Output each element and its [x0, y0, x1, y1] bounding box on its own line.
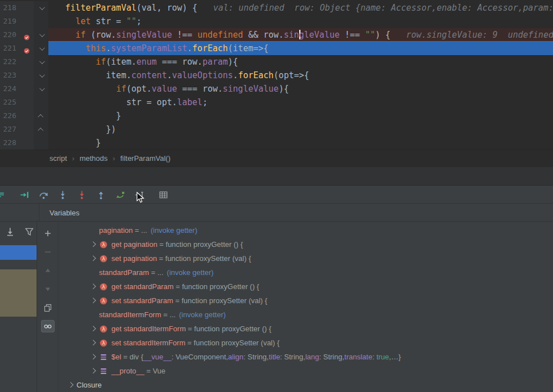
show-execution-point-button[interactable]	[17, 187, 32, 202]
code-text[interactable]: if(opt.value === row.singleValue){	[48, 82, 553, 96]
expand-chevron-icon[interactable]	[87, 242, 99, 246]
invoke-getter-link[interactable]: (invoke getter)	[179, 310, 226, 319]
fold-marker-icon[interactable]	[38, 114, 43, 119]
breakpoint-gutter[interactable]	[19, 28, 34, 42]
breakpoint-icon[interactable]	[23, 45, 30, 52]
code-text[interactable]: let str = "";	[48, 15, 553, 28]
variable-row[interactable]: λget standardParam = function proxyGette…	[59, 280, 553, 294]
variable-row[interactable]: λget standardItermForm = function proxyG…	[59, 322, 553, 336]
add-watch-button[interactable]	[41, 227, 55, 240]
code-text[interactable]: if(item.enum === row.param){	[48, 55, 553, 69]
variable-row[interactable]: standardParam = ...(invoke getter)	[59, 265, 553, 280]
invoke-getter-link[interactable]: (invoke getter)	[167, 268, 214, 277]
fold-marker-icon[interactable]	[38, 127, 43, 133]
fold-marker-icon[interactable]	[39, 45, 44, 51]
line-number[interactable]: 223	[0, 69, 19, 82]
breakpoint-gutter[interactable]	[19, 15, 34, 28]
fold-gutter[interactable]	[34, 96, 48, 109]
line-number[interactable]: 226	[0, 109, 19, 123]
remove-watch-button[interactable]	[41, 246, 55, 258]
expand-chevron-icon[interactable]	[64, 383, 77, 387]
code-text[interactable]: if (row.singleValue !== undefined && row…	[48, 28, 553, 42]
line-number[interactable]: 221	[0, 42, 19, 55]
selected-stack-frame[interactable]	[0, 245, 37, 260]
breadcrumb-item[interactable]: methods	[79, 154, 107, 163]
fold-gutter[interactable]	[34, 15, 48, 28]
variable-row[interactable]: Closure	[59, 378, 553, 392]
move-watch-down-button[interactable]	[41, 283, 55, 295]
line-number[interactable]: 224	[0, 82, 19, 96]
drop-frame-button[interactable]	[113, 187, 127, 202]
variable-row[interactable]: λset standardParam = function proxySette…	[59, 294, 553, 308]
breakpoint-gutter[interactable]	[19, 96, 34, 109]
step-over-button[interactable]	[36, 187, 51, 202]
breakpoint-gutter[interactable]	[19, 109, 34, 123]
editor-panel-splitter[interactable]	[0, 166, 553, 186]
fold-gutter[interactable]	[34, 123, 48, 136]
code-text[interactable]: }	[48, 136, 553, 150]
breakpoint-icon[interactable]	[23, 31, 30, 39]
expand-chevron-icon[interactable]	[87, 299, 99, 303]
fold-gutter[interactable]	[34, 55, 48, 69]
code-editor[interactable]: 218 filterParamVal(val, row) {val: undef…	[0, 0, 553, 150]
library-stack-frames[interactable]	[0, 269, 37, 317]
hide-frames-from-libraries-button[interactable]	[5, 227, 15, 237]
view-as-table-button[interactable]	[156, 187, 170, 202]
code-text[interactable]: filterParamVal(val, row) {val: undefined…	[48, 1, 553, 15]
step-into-button[interactable]	[55, 187, 70, 202]
fold-marker-icon[interactable]	[39, 85, 44, 91]
expand-chevron-icon[interactable]	[87, 256, 99, 260]
breakpoint-gutter[interactable]	[19, 1, 34, 15]
restore-layout-button[interactable]	[0, 187, 7, 202]
filter-frames-button[interactable]	[24, 227, 34, 237]
variable-row[interactable]: λset pagination = function proxySetter (…	[59, 251, 553, 265]
code-text[interactable]: str = opt.label;	[48, 96, 553, 109]
line-number[interactable]: 225	[0, 96, 19, 109]
variable-row[interactable]: λset standardItermForm = function proxyS…	[59, 336, 553, 350]
breakpoint-gutter[interactable]	[19, 55, 34, 69]
fold-marker-icon[interactable]	[39, 72, 44, 78]
code-text[interactable]: }	[48, 109, 553, 123]
breakpoint-gutter[interactable]	[19, 69, 34, 82]
breadcrumb-item[interactable]: filterParamVal()	[120, 154, 170, 163]
step-out-button[interactable]	[93, 187, 108, 202]
breakpoint-gutter[interactable]	[19, 123, 34, 136]
variable-row[interactable]: λget pagination = function proxyGetter (…	[59, 237, 553, 251]
show-watches-toggle-button[interactable]	[41, 320, 55, 332]
code-text[interactable]: this.systemParamList.forEach(item=>{	[48, 42, 553, 55]
line-number[interactable]: 228	[0, 136, 19, 150]
expand-chevron-icon[interactable]	[87, 355, 99, 359]
breakpoint-gutter[interactable]	[19, 136, 34, 150]
code-text[interactable]: item.content.valueOptions.forEach(opt=>{	[48, 69, 553, 82]
expand-chevron-icon[interactable]	[87, 369, 99, 373]
duplicate-watch-button[interactable]	[41, 301, 55, 314]
fold-gutter[interactable]	[34, 42, 48, 55]
fold-marker-icon[interactable]	[39, 58, 44, 64]
fold-marker-icon[interactable]	[39, 4, 44, 10]
force-step-into-button[interactable]	[74, 187, 89, 202]
expand-chevron-icon[interactable]	[87, 285, 99, 289]
breakpoint-gutter[interactable]	[19, 82, 34, 96]
line-number[interactable]: 219	[0, 15, 19, 28]
breakpoint-gutter[interactable]	[19, 42, 34, 55]
line-number[interactable]: 227	[0, 123, 19, 136]
breadcrumb-item[interactable]: script	[50, 154, 67, 163]
fold-gutter[interactable]	[34, 109, 48, 123]
variable-row[interactable]: standardItermForm = ...(invoke getter)	[59, 308, 553, 322]
variable-row[interactable]: pagination = ...(invoke getter)	[59, 223, 553, 237]
move-watch-up-button[interactable]	[41, 264, 55, 277]
fold-gutter[interactable]	[34, 136, 48, 150]
expand-chevron-icon[interactable]	[87, 341, 99, 345]
fold-gutter[interactable]	[34, 1, 48, 15]
invoke-getter-link[interactable]: (invoke getter)	[151, 226, 197, 235]
line-number[interactable]: 222	[0, 55, 19, 69]
code-text[interactable]: })	[48, 123, 553, 136]
expand-chevron-icon[interactable]	[87, 327, 99, 331]
fold-gutter[interactable]	[34, 69, 48, 82]
fold-gutter[interactable]	[34, 82, 48, 96]
variable-row[interactable]: __proto__ = Vue	[59, 364, 553, 378]
fold-gutter[interactable]	[34, 28, 48, 42]
fold-marker-icon[interactable]	[39, 31, 44, 37]
line-number[interactable]: 220	[0, 28, 19, 42]
variable-row[interactable]: $el = div {__vue__: VueComponent,align: …	[59, 350, 553, 364]
